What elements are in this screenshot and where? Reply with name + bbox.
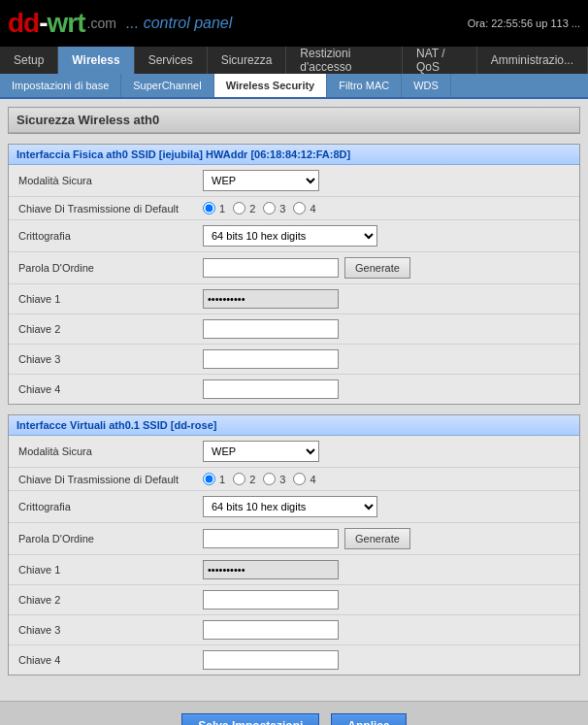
chiave2-control-1 bbox=[203, 319, 570, 339]
radio-2-3[interactable] bbox=[263, 473, 276, 485]
sub-tab-filtro[interactable]: Filtro MAC bbox=[327, 74, 402, 97]
chiave-trasmissione-control-2: 1 2 3 4 bbox=[203, 473, 570, 485]
generate-button-1[interactable]: Generate bbox=[344, 257, 410, 279]
crittografia-row-2: Crittografia 64 bits 10 hex digits 128 b… bbox=[9, 491, 579, 523]
radio-group-2: 1 2 3 4 bbox=[203, 473, 316, 485]
chiave2-row-1: Chiave 2 bbox=[9, 314, 579, 345]
parola-input-2[interactable] bbox=[203, 529, 339, 548]
crittografia-control-2: 64 bits 10 hex digits 128 bits 26 hex di… bbox=[203, 496, 570, 517]
logo-dd: dd-wrt bbox=[8, 8, 85, 39]
section2-box: Interfacce Virtuali ath0.1 SSID [dd-rose… bbox=[8, 414, 580, 676]
chiave3-control-2 bbox=[203, 620, 570, 640]
chiave1-label-1: Chiave 1 bbox=[18, 293, 203, 305]
crittografia-select-2[interactable]: 64 bits 10 hex digits 128 bits 26 hex di… bbox=[203, 496, 377, 517]
modalita-row-2: Modalità Sicura WEP WPA Personal WPA Ent… bbox=[9, 436, 579, 468]
section2-title: Interfacce Virtuali ath0.1 SSID [dd-rose… bbox=[9, 415, 579, 436]
crittografia-row-1: Crittografia 64 bits 10 hex digits 128 b… bbox=[9, 220, 579, 252]
chiave3-label-2: Chiave 3 bbox=[18, 624, 203, 636]
crittografia-label-1: Crittografia bbox=[18, 230, 203, 242]
radio-1-3[interactable] bbox=[263, 202, 276, 214]
radio-label-2-1[interactable]: 1 bbox=[203, 473, 225, 485]
radio-1-1[interactable] bbox=[203, 202, 215, 214]
nav-tab-nat[interactable]: NAT / QoS bbox=[403, 47, 477, 74]
chiave2-row-2: Chiave 2 bbox=[9, 585, 579, 615]
parola-label-2: Parola D'Ordine bbox=[18, 533, 203, 544]
radio-label-1-1[interactable]: 1 bbox=[203, 202, 225, 214]
nav-tab-restrizioni[interactable]: Restizioni d'accesso bbox=[286, 47, 403, 74]
modalita-select-2[interactable]: WEP WPA Personal WPA Enterprise Disabled bbox=[203, 441, 319, 462]
chiave-trasmissione-row-2: Chiave Di Trasmissione di Default 1 2 3 … bbox=[9, 468, 579, 491]
radio-group-1: 1 2 3 4 bbox=[203, 202, 316, 214]
radio-label-2-2[interactable]: 2 bbox=[233, 473, 255, 485]
radio-label-1-3[interactable]: 3 bbox=[263, 202, 285, 214]
content-area: Sicurezza Wireless ath0 Interfaccia Fisi… bbox=[0, 99, 588, 701]
apply-button[interactable]: Applica bbox=[331, 713, 406, 726]
chiave4-input-1[interactable] bbox=[203, 379, 339, 399]
chiave4-label-1: Chiave 4 bbox=[18, 383, 203, 395]
footer: Salva Impostazioni Applica bbox=[0, 701, 588, 725]
chiave2-control-2 bbox=[203, 590, 570, 610]
radio-label-1-4[interactable]: 4 bbox=[293, 202, 315, 214]
chiave2-label-1: Chiave 2 bbox=[18, 323, 203, 335]
chiave2-input-2[interactable] bbox=[203, 590, 339, 610]
chiave-trasmissione-control-1: 1 2 3 4 bbox=[203, 202, 570, 214]
parola-control-1: Generate bbox=[203, 257, 570, 279]
chiave1-row-2: Chiave 1 bbox=[9, 555, 579, 585]
sub-tab-superchannel[interactable]: SuperChannel bbox=[121, 74, 213, 97]
chiave2-input-1[interactable] bbox=[203, 319, 339, 339]
logo-panel: ... control panel bbox=[126, 15, 232, 32]
chiave4-input-2[interactable] bbox=[203, 650, 339, 670]
nav-tab-services[interactable]: Services bbox=[135, 47, 208, 74]
section1-title: Interfaccia Fisica ath0 SSID [iejubila] … bbox=[9, 145, 579, 165]
logo: dd-wrt .com ... control panel bbox=[8, 8, 232, 39]
chiave2-label-2: Chiave 2 bbox=[18, 594, 203, 606]
nav-tab-wireless[interactable]: Wireless bbox=[58, 47, 134, 74]
chiave1-input-1[interactable] bbox=[203, 289, 339, 309]
crittografia-label-2: Crittografia bbox=[18, 501, 203, 512]
chiave-trasmissione-row-1: Chiave Di Trasmissione di Default 1 2 3 … bbox=[9, 197, 579, 220]
radio-2-4[interactable] bbox=[293, 473, 306, 485]
page-title: Sicurezza Wireless ath0 bbox=[9, 108, 579, 133]
parola-input-1[interactable] bbox=[203, 258, 339, 278]
modalita-control-1: WEP WPA Personal WPA Enterprise Disabled bbox=[203, 170, 570, 191]
parola-row-1: Parola D'Ordine Generate bbox=[9, 252, 579, 284]
generate-button-2[interactable]: Generate bbox=[344, 528, 410, 549]
radio-2-2[interactable] bbox=[233, 473, 245, 485]
logo-com: .com bbox=[87, 16, 116, 31]
modalita-select-1[interactable]: WEP WPA Personal WPA Enterprise Disabled bbox=[203, 170, 319, 191]
chiave1-control-1 bbox=[203, 289, 570, 309]
radio-1-2[interactable] bbox=[233, 202, 245, 214]
parola-control-2: Generate bbox=[203, 528, 570, 549]
save-button[interactable]: Salva Impostazioni bbox=[181, 713, 319, 726]
parola-label-1: Parola D'Ordine bbox=[18, 262, 203, 274]
chiave4-control-1 bbox=[203, 379, 570, 399]
sub-tab-impostazioni[interactable]: Impostazioni di base bbox=[0, 74, 121, 97]
chiave3-input-2[interactable] bbox=[203, 620, 339, 640]
radio-label-2-3[interactable]: 3 bbox=[263, 473, 285, 485]
chiave3-label-1: Chiave 3 bbox=[18, 353, 203, 365]
nav-tab-setup[interactable]: Setup bbox=[0, 47, 58, 74]
crittografia-select-1[interactable]: 64 bits 10 hex digits 128 bits 26 hex di… bbox=[203, 225, 377, 247]
chiave3-input-1[interactable] bbox=[203, 349, 339, 369]
modalita-label-2: Modalità Sicura bbox=[18, 445, 203, 457]
chiave4-row-2: Chiave 4 bbox=[9, 645, 579, 675]
sub-tab-wireless-security[interactable]: Wireless Security bbox=[214, 74, 328, 97]
nav-tab-amm[interactable]: Amministrazio... bbox=[477, 47, 588, 74]
radio-label-2-4[interactable]: 4 bbox=[293, 473, 315, 485]
nav-tab-sicurezza[interactable]: Sicurezza bbox=[208, 47, 287, 74]
chiave4-control-2 bbox=[203, 650, 570, 670]
radio-1-4[interactable] bbox=[293, 202, 306, 214]
chiave-trasmissione-label-1: Chiave Di Trasmissione di Default bbox=[18, 203, 203, 214]
modalita-control-2: WEP WPA Personal WPA Enterprise Disabled bbox=[203, 441, 570, 462]
sub-tab-wds[interactable]: WDS bbox=[402, 74, 451, 97]
radio-2-1[interactable] bbox=[203, 473, 215, 485]
crittografia-control-1: 64 bits 10 hex digits 128 bits 26 hex di… bbox=[203, 225, 570, 247]
chiave4-label-2: Chiave 4 bbox=[18, 654, 203, 666]
chiave1-input-2[interactable] bbox=[203, 560, 339, 579]
chiave4-row-1: Chiave 4 bbox=[9, 375, 579, 404]
header-time: Ora: 22:55:56 up 113 ... bbox=[468, 17, 580, 29]
radio-label-1-2[interactable]: 2 bbox=[233, 202, 255, 214]
chiave3-row-1: Chiave 3 bbox=[9, 345, 579, 375]
chiave1-label-2: Chiave 1 bbox=[18, 564, 203, 576]
chiave3-control-1 bbox=[203, 349, 570, 369]
